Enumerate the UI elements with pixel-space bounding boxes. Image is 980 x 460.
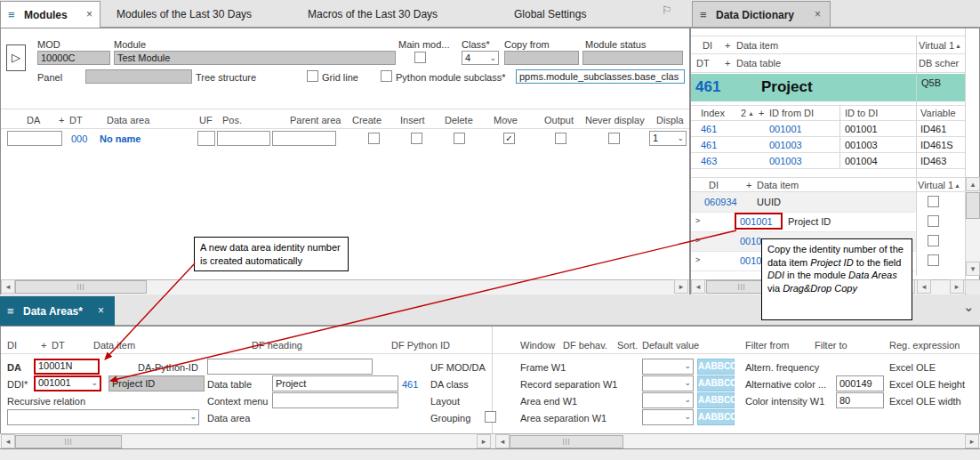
cell-id-from[interactable]: 001001: [769, 124, 802, 134]
virtual-checkbox[interactable]: [928, 196, 939, 207]
data-item-field[interactable]: Project ID: [108, 375, 205, 391]
delete-checkbox[interactable]: [454, 133, 465, 144]
expander-icon[interactable]: >: [695, 236, 700, 245]
area-end-color-swatch[interactable]: AABBCC: [697, 392, 735, 408]
da-input[interactable]: [7, 131, 62, 146]
scroll-up-button[interactable]: ▴: [966, 177, 980, 191]
frame-w1-select[interactable]: ⌄: [642, 359, 694, 375]
area-separation-color-swatch[interactable]: AABBCC: [697, 409, 735, 425]
main-module-checkbox[interactable]: [414, 52, 426, 63]
grid-line-checkbox[interactable]: [307, 70, 318, 82]
cell-id-from[interactable]: 001003: [769, 140, 802, 150]
area-end-w1-select[interactable]: ⌄: [642, 392, 694, 408]
scroll-left-button[interactable]: ◂: [917, 279, 931, 294]
tab-data-areas[interactable]: ≡ Data Areas* ×: [0, 296, 115, 326]
cell-di[interactable]: 060934: [704, 197, 737, 207]
scrollbar-thumb[interactable]: |||: [15, 435, 122, 448]
close-icon[interactable]: ×: [86, 8, 92, 20]
area-separation-w1-select[interactable]: ⌄: [642, 409, 694, 425]
grouping-checkbox[interactable]: [485, 411, 496, 423]
cell-di[interactable]: 0010: [740, 255, 761, 266]
scroll-left-button[interactable]: ◂: [495, 434, 510, 448]
virtual-checkbox[interactable]: [928, 215, 939, 227]
collapse-panel-icon[interactable]: ⌄: [963, 299, 975, 315]
copy-from-field[interactable]: [504, 51, 579, 65]
cell-di[interactable]: 0010: [740, 236, 761, 246]
close-icon[interactable]: ×: [815, 8, 821, 20]
da-field[interactable]: 10001N: [34, 359, 100, 375]
virtual-checkbox[interactable]: [928, 254, 939, 266]
display-select[interactable]: 1 ⌄: [649, 131, 687, 146]
hamburger-icon[interactable]: ≡: [8, 8, 15, 21]
data-table-field[interactable]: Project: [272, 375, 398, 391]
ddi-select[interactable]: 001001 ⌄: [34, 375, 101, 391]
flag-icon[interactable]: ⚐: [662, 4, 672, 17]
cell-index[interactable]: 461: [701, 140, 717, 150]
cell-index[interactable]: 463: [701, 156, 717, 166]
cell-id-to[interactable]: 001001: [845, 124, 878, 134]
tab-data-dictionary[interactable]: ≡ Data Dictionary ×: [692, 1, 831, 28]
run-module-button[interactable]: ▷: [6, 44, 26, 71]
scroll-right-button[interactable]: ▸: [950, 279, 964, 294]
python-subclass-field[interactable]: ppms.module_subclasses.base_clas: [516, 69, 685, 84]
scrollbar-thumb[interactable]: |||: [510, 435, 623, 448]
cell-id-to[interactable]: 001003: [845, 140, 878, 150]
scroll-right-button[interactable]: ▸: [965, 434, 979, 448]
panel-field[interactable]: [85, 69, 192, 84]
tab-macros-last-30-days[interactable]: Macros of the Last 30 Days: [308, 8, 438, 20]
scroll-left-button[interactable]: ◂: [1, 279, 15, 294]
cell-id-from[interactable]: 001003: [769, 156, 802, 166]
cell-variable[interactable]: ID463: [920, 156, 946, 166]
cell-variable[interactable]: ID461: [920, 124, 946, 134]
expander-icon[interactable]: >: [695, 216, 700, 225]
move-checkbox-checked[interactable]: ✓: [503, 133, 515, 144]
record-separation-w1-select[interactable]: ⌄: [642, 375, 694, 391]
output-checkbox[interactable]: [555, 133, 566, 144]
scroll-left-button[interactable]: ◂: [1, 434, 15, 448]
plus-icon[interactable]: +: [725, 40, 730, 51]
tab-global-settings[interactable]: Global Settings: [514, 8, 586, 20]
virtual-checkbox[interactable]: [928, 235, 939, 246]
pos-input[interactable]: [217, 131, 270, 146]
mod-field[interactable]: 10000C: [37, 51, 110, 65]
expander-icon[interactable]: >: [695, 255, 700, 264]
plus-icon[interactable]: +: [59, 115, 64, 125]
context-menu-field[interactable]: [272, 392, 398, 408]
scroll-left-button[interactable]: ◂: [691, 279, 705, 294]
frame-w1-color-swatch[interactable]: AABBCC: [697, 359, 735, 375]
scroll-right-button[interactable]: ▸: [674, 279, 688, 294]
alternative-color-field[interactable]: 000149: [836, 375, 884, 391]
scrollbar-thumb[interactable]: [966, 192, 980, 219]
parent-area-input[interactable]: [272, 131, 336, 146]
python-subclass-checkbox[interactable]: [381, 70, 392, 82]
cell-data-item[interactable]: Project ID: [788, 216, 831, 227]
record-separation-color-swatch[interactable]: AABBCC: [697, 375, 735, 391]
scroll-right-button[interactable]: ▸: [477, 434, 491, 448]
cell-data-item[interactable]: UUID: [757, 197, 781, 207]
never-display-checkbox[interactable]: [608, 133, 620, 144]
row-data-area-value[interactable]: No name: [100, 133, 141, 144]
module-status-field[interactable]: [582, 51, 683, 65]
hamburger-icon[interactable]: ≡: [700, 8, 707, 21]
recursive-relation-select[interactable]: ⌄: [7, 409, 199, 425]
plus-icon[interactable]: +: [41, 340, 46, 351]
cell-index[interactable]: 461: [701, 124, 717, 134]
scrollbar-thumb[interactable]: |||: [15, 280, 147, 294]
color-intensity-field[interactable]: 80: [836, 392, 884, 408]
module-name-field[interactable]: Test Module: [114, 51, 396, 65]
scroll-down-button[interactable]: ▾: [966, 262, 980, 276]
uf-input[interactable]: [197, 131, 215, 146]
tab-modules[interactable]: ≡ Modules ×: [0, 1, 100, 28]
create-checkbox[interactable]: [368, 133, 380, 144]
plus-icon[interactable]: +: [725, 58, 730, 69]
hamburger-icon[interactable]: ≡: [7, 304, 14, 318]
da-python-id-field[interactable]: [207, 359, 373, 375]
cell-id-to[interactable]: 001004: [845, 156, 878, 166]
class-select[interactable]: 4 ⌄: [462, 51, 499, 65]
insert-checkbox[interactable]: [411, 133, 422, 144]
plus-icon[interactable]: +: [759, 108, 764, 118]
tab-modules-last-30-days[interactable]: Modules of the Last 30 Days: [116, 8, 252, 20]
plus-icon[interactable]: +: [746, 180, 751, 190]
cell-variable[interactable]: ID461S: [920, 140, 953, 150]
close-icon[interactable]: ×: [98, 304, 104, 317]
